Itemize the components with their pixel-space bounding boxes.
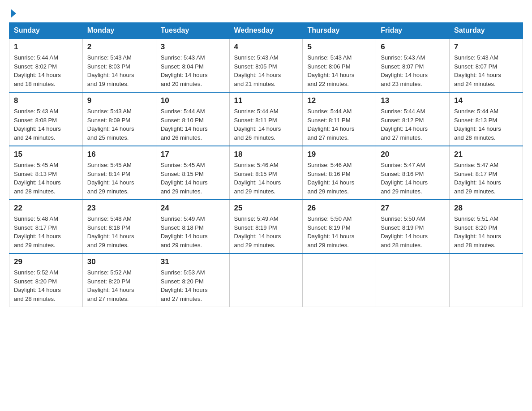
calendar-cell: 31Sunrise: 5:53 AMSunset: 8:20 PMDayligh… [156,253,229,307]
weekday-header-sunday: Sunday [9,23,83,39]
day-number: 17 [161,150,225,159]
calendar-cell [450,253,523,307]
calendar-cell: 13Sunrise: 5:44 AMSunset: 8:12 PMDayligh… [376,92,450,146]
calendar-cell: 1Sunrise: 5:44 AMSunset: 8:02 PMDaylight… [9,39,83,92]
day-number: 27 [381,204,445,213]
day-number: 5 [307,43,371,51]
day-number: 3 [161,43,225,51]
day-info: Sunrise: 5:44 AMSunset: 8:11 PMDaylight:… [234,107,298,142]
logo [9,9,16,18]
calendar-week-row: 22Sunrise: 5:48 AMSunset: 8:17 PMDayligh… [9,200,523,253]
day-number: 29 [14,257,78,266]
page-header [9,9,523,18]
calendar-cell [376,253,450,307]
calendar-cell: 9Sunrise: 5:43 AMSunset: 8:09 PMDaylight… [82,92,156,146]
calendar-cell: 21Sunrise: 5:47 AMSunset: 8:17 PMDayligh… [450,146,523,200]
weekday-header-monday: Monday [82,23,156,39]
calendar-cell [303,253,376,307]
day-info: Sunrise: 5:53 AMSunset: 8:20 PMDaylight:… [161,268,225,303]
day-info: Sunrise: 5:44 AMSunset: 8:02 PMDaylight:… [14,53,78,88]
day-info: Sunrise: 5:44 AMSunset: 8:11 PMDaylight:… [307,107,371,142]
calendar-week-row: 15Sunrise: 5:45 AMSunset: 8:13 PMDayligh… [9,146,523,200]
calendar-cell: 8Sunrise: 5:43 AMSunset: 8:08 PMDaylight… [9,92,83,146]
day-number: 30 [87,257,151,266]
day-info: Sunrise: 5:44 AMSunset: 8:12 PMDaylight:… [381,107,445,142]
day-info: Sunrise: 5:46 AMSunset: 8:16 PMDaylight:… [307,161,371,196]
calendar-cell: 22Sunrise: 5:48 AMSunset: 8:17 PMDayligh… [9,200,83,253]
day-info: Sunrise: 5:43 AMSunset: 8:07 PMDaylight:… [454,53,518,88]
day-number: 21 [454,150,518,159]
day-number: 11 [234,96,298,105]
day-info: Sunrise: 5:47 AMSunset: 8:16 PMDaylight:… [381,161,445,196]
weekday-header-thursday: Thursday [303,23,376,39]
day-number: 31 [161,257,225,266]
calendar-cell: 15Sunrise: 5:45 AMSunset: 8:13 PMDayligh… [9,146,83,200]
calendar-cell: 29Sunrise: 5:52 AMSunset: 8:20 PMDayligh… [9,253,83,307]
day-info: Sunrise: 5:52 AMSunset: 8:20 PMDaylight:… [87,268,151,303]
day-number: 20 [381,150,445,159]
calendar-table: SundayMondayTuesdayWednesdayThursdayFrid… [9,22,523,307]
calendar-cell: 28Sunrise: 5:51 AMSunset: 8:20 PMDayligh… [450,200,523,253]
day-number: 28 [454,204,518,213]
weekday-header-row: SundayMondayTuesdayWednesdayThursdayFrid… [9,23,523,39]
calendar-cell: 3Sunrise: 5:43 AMSunset: 8:04 PMDaylight… [156,39,229,92]
day-info: Sunrise: 5:43 AMSunset: 8:08 PMDaylight:… [14,107,78,142]
day-info: Sunrise: 5:48 AMSunset: 8:17 PMDaylight:… [14,214,78,249]
weekday-header-friday: Friday [376,23,450,39]
day-number: 2 [87,43,151,51]
day-number: 9 [87,96,151,105]
day-info: Sunrise: 5:52 AMSunset: 8:20 PMDaylight:… [14,268,78,303]
day-info: Sunrise: 5:43 AMSunset: 8:05 PMDaylight:… [234,53,298,88]
day-info: Sunrise: 5:44 AMSunset: 8:10 PMDaylight:… [161,107,225,142]
day-info: Sunrise: 5:49 AMSunset: 8:19 PMDaylight:… [234,214,298,249]
calendar-cell: 19Sunrise: 5:46 AMSunset: 8:16 PMDayligh… [303,146,376,200]
day-number: 12 [307,96,371,105]
weekday-header-tuesday: Tuesday [156,23,229,39]
calendar-cell: 6Sunrise: 5:43 AMSunset: 8:07 PMDaylight… [376,39,450,92]
calendar-cell: 27Sunrise: 5:50 AMSunset: 8:19 PMDayligh… [376,200,450,253]
logo-arrow-icon [11,9,16,18]
day-info: Sunrise: 5:43 AMSunset: 8:07 PMDaylight:… [381,53,445,88]
calendar-cell: 24Sunrise: 5:49 AMSunset: 8:18 PMDayligh… [156,200,229,253]
day-info: Sunrise: 5:43 AMSunset: 8:04 PMDaylight:… [161,53,225,88]
calendar-cell: 11Sunrise: 5:44 AMSunset: 8:11 PMDayligh… [229,92,303,146]
calendar-cell: 10Sunrise: 5:44 AMSunset: 8:10 PMDayligh… [156,92,229,146]
calendar-cell: 25Sunrise: 5:49 AMSunset: 8:19 PMDayligh… [229,200,303,253]
day-info: Sunrise: 5:49 AMSunset: 8:18 PMDaylight:… [161,214,225,249]
calendar-week-row: 1Sunrise: 5:44 AMSunset: 8:02 PMDaylight… [9,39,523,92]
day-number: 22 [14,204,78,213]
day-info: Sunrise: 5:45 AMSunset: 8:14 PMDaylight:… [87,161,151,196]
day-number: 15 [14,150,78,159]
calendar-cell: 5Sunrise: 5:43 AMSunset: 8:06 PMDaylight… [303,39,376,92]
day-number: 6 [381,43,445,51]
day-number: 16 [87,150,151,159]
day-info: Sunrise: 5:50 AMSunset: 8:19 PMDaylight:… [307,214,371,249]
day-number: 4 [234,43,298,51]
calendar-cell: 23Sunrise: 5:48 AMSunset: 8:18 PMDayligh… [82,200,156,253]
day-number: 24 [161,204,225,213]
calendar-cell: 26Sunrise: 5:50 AMSunset: 8:19 PMDayligh… [303,200,376,253]
calendar-cell: 7Sunrise: 5:43 AMSunset: 8:07 PMDaylight… [450,39,523,92]
day-info: Sunrise: 5:45 AMSunset: 8:15 PMDaylight:… [161,161,225,196]
day-info: Sunrise: 5:48 AMSunset: 8:18 PMDaylight:… [87,214,151,249]
day-number: 18 [234,150,298,159]
day-number: 8 [14,96,78,105]
day-info: Sunrise: 5:43 AMSunset: 8:06 PMDaylight:… [307,53,371,88]
day-number: 7 [454,43,518,51]
calendar-cell: 20Sunrise: 5:47 AMSunset: 8:16 PMDayligh… [376,146,450,200]
day-number: 23 [87,204,151,213]
weekday-header-wednesday: Wednesday [229,23,303,39]
calendar-cell: 16Sunrise: 5:45 AMSunset: 8:14 PMDayligh… [82,146,156,200]
day-info: Sunrise: 5:43 AMSunset: 8:03 PMDaylight:… [87,53,151,88]
day-info: Sunrise: 5:43 AMSunset: 8:09 PMDaylight:… [87,107,151,142]
calendar-week-row: 8Sunrise: 5:43 AMSunset: 8:08 PMDaylight… [9,92,523,146]
calendar-week-row: 29Sunrise: 5:52 AMSunset: 8:20 PMDayligh… [9,253,523,307]
calendar-cell: 17Sunrise: 5:45 AMSunset: 8:15 PMDayligh… [156,146,229,200]
day-info: Sunrise: 5:46 AMSunset: 8:15 PMDaylight:… [234,161,298,196]
calendar-cell [229,253,303,307]
calendar-cell: 2Sunrise: 5:43 AMSunset: 8:03 PMDaylight… [82,39,156,92]
day-number: 26 [307,204,371,213]
day-number: 1 [14,43,78,51]
day-number: 19 [307,150,371,159]
weekday-header-saturday: Saturday [450,23,523,39]
